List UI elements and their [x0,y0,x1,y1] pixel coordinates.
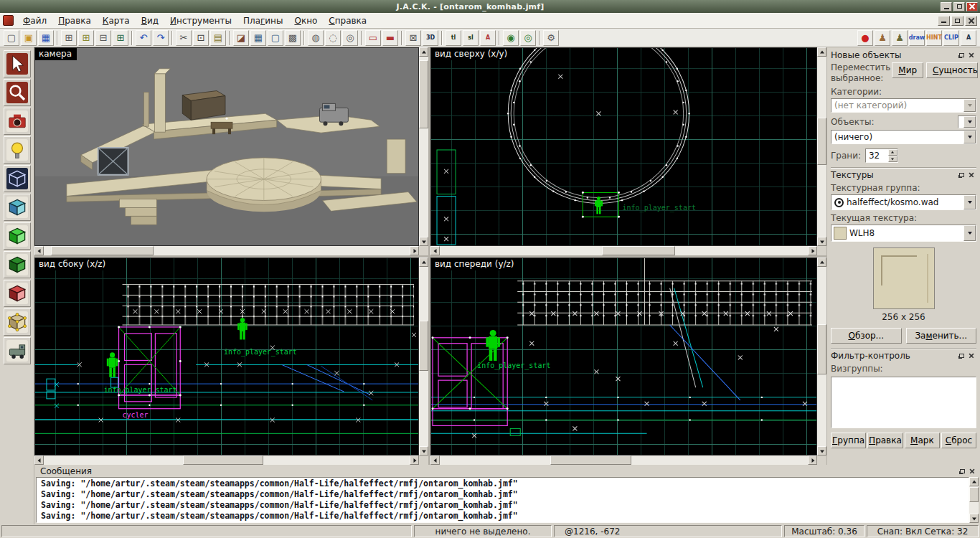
menu-item-window[interactable]: Окно [288,14,323,28]
smaller-grid-icon[interactable]: ⊟ [95,30,111,46]
scroll-down-icon[interactable] [817,446,826,456]
carve-icon[interactable]: ◪ [233,30,249,46]
camera-tool[interactable] [4,108,31,135]
panel-dock-icon[interactable] [956,171,966,180]
scrollbar-track[interactable] [817,267,826,446]
reset-button[interactable]: Сброс [941,433,976,448]
scroll-left-icon[interactable] [430,246,440,255]
objects-mini-dropdown-icon[interactable] [963,116,976,128]
snap-to-grid-icon[interactable]: ⊞ [61,30,77,46]
browse-button[interactable]: Обзор... [831,328,902,344]
scrollbar-track[interactable] [419,57,428,237]
camera-viewport[interactable]: камера [34,47,419,246]
show-grid-icon[interactable]: ⊞ [78,30,94,46]
scrollbar-thumb[interactable] [969,487,979,502]
front-vscroll[interactable] [817,258,826,456]
copy-icon[interactable]: ⊡ [193,30,209,46]
edit-group-button[interactable]: Правка [867,433,903,448]
save-file-icon[interactable]: ▦ [38,30,54,46]
cut-icon[interactable]: ✂ [176,30,192,46]
scrollbar-thumb[interactable] [183,456,263,465]
scroll-right-icon[interactable] [808,246,817,255]
close-button[interactable] [966,2,978,11]
window-titlebar[interactable]: J.A.C.K. - [ontarom_komhab.jmf] [0,0,980,13]
camera-hscroll[interactable] [34,246,419,255]
minimize-button[interactable] [941,2,952,11]
side-viewport[interactable]: info_player_start info_player_start cycl… [34,258,419,456]
panel-dock-icon[interactable] [957,466,967,476]
current-texture-combo[interactable]: WLH8 [831,225,976,242]
open-file-icon[interactable]: ▣ [21,30,37,46]
select-touching-icon[interactable]: ⊠ [405,30,421,46]
scroll-down-icon[interactable] [969,514,979,523]
magnify-tool[interactable] [4,79,31,106]
replace-button[interactable]: Заменить... [906,328,977,344]
menu-item-map[interactable]: Карта [97,14,136,28]
scroll-up-icon[interactable] [419,258,428,267]
draw-mode-icon[interactable]: draw [909,30,925,46]
scrollbar-track[interactable] [817,57,826,237]
panel-close-icon[interactable] [966,171,976,180]
menu-item-plugins[interactable]: Плагины [237,14,288,28]
lock-icon[interactable]: A [480,30,496,46]
scroll-left-icon[interactable] [430,456,440,465]
scroll-down-icon[interactable] [419,237,428,246]
scroll-right-icon[interactable] [410,246,419,255]
texture-group-combo[interactable]: halfeffect/kosmo.wad [831,194,976,210]
entity-tool[interactable] [4,136,31,164]
ungroup-icon[interactable]: ▢ [268,30,283,46]
scrollbar-track[interactable] [440,246,808,255]
scrollbar-thumb[interactable] [817,324,826,374]
undo-icon[interactable]: ↶ [136,30,151,46]
scroll-up-icon[interactable] [419,47,428,57]
scrollbar-track[interactable] [44,456,410,465]
restore-button[interactable] [953,2,965,11]
objects-combo[interactable]: (ничего) [831,130,976,144]
scroll-right-icon[interactable] [808,456,817,465]
scrollbar-thumb[interactable] [419,60,428,128]
3d-mode-icon[interactable]: 3D [423,30,438,46]
front-hscroll[interactable] [430,456,817,465]
clipping-tool[interactable] [4,280,31,307]
scrollbar-thumb[interactable] [419,321,428,371]
unhide-all-icon[interactable]: ◎ [342,30,358,46]
side-vscroll[interactable] [419,258,428,456]
surface-lock-icon[interactable]: sl [463,30,479,46]
vertex-tool[interactable] [4,308,31,336]
categories-dropdown-icon[interactable] [963,99,976,112]
hide-selected-icon[interactable]: ◍ [308,30,324,46]
panel-dock-icon[interactable] [956,351,966,361]
faces-spin-up-icon[interactable] [888,149,897,156]
mark-button[interactable]: Марк [905,433,940,448]
categories-combo[interactable]: (нет категорий) [831,98,976,113]
scroll-left-icon[interactable] [34,456,44,465]
mdi-restore-button[interactable] [951,16,963,26]
paste-icon[interactable]: ▤ [210,30,226,46]
messages-log[interactable]: Saving: "/home/artur/.steam/steam/steama… [36,477,969,523]
portalfile-icon[interactable]: ◎ [520,30,536,46]
apply-current-texture-tool[interactable] [4,222,31,250]
scrollbar-thumb[interactable] [817,118,826,164]
map-properties-icon[interactable]: ⚙ [543,30,559,46]
menu-item-help[interactable]: Справка [323,14,372,28]
scroll-up-icon[interactable] [817,47,826,57]
scroll-down-icon[interactable] [817,237,826,246]
group-icon[interactable]: ▦ [250,30,266,46]
to-world-button[interactable]: Мир [892,62,923,78]
red-dot-icon[interactable]: ● [857,30,873,46]
current-texture-dropdown-icon[interactable] [963,225,976,241]
top-hscroll[interactable] [430,246,817,255]
side-hscroll[interactable] [34,456,419,465]
redo-icon[interactable]: ↷ [153,30,169,46]
cordon-icon[interactable]: ▭ [365,30,381,46]
messages-vscroll[interactable] [969,477,979,523]
texture-group-dropdown-icon[interactable] [963,195,976,209]
wad-config-icon[interactable]: A [961,30,976,46]
cordon-edit-icon[interactable]: ▬ [382,30,398,46]
scrollbar-thumb[interactable] [550,456,631,465]
larger-grid-icon[interactable]: ⊞ [113,30,128,46]
menu-item-file[interactable]: Файл [17,14,52,28]
menu-item-view[interactable]: Вид [136,14,164,28]
model-viewer-icon[interactable]: ♟ [875,30,890,46]
menu-item-tools[interactable]: Инструменты [164,14,237,28]
